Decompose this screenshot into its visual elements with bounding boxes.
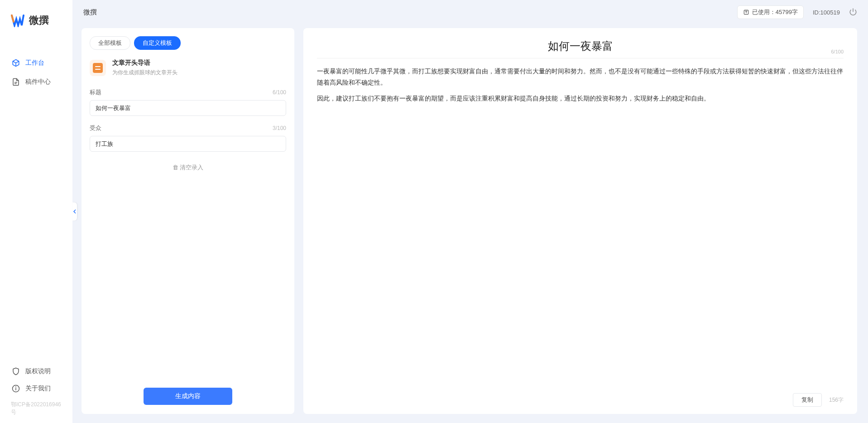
logo-text: 微撰 bbox=[29, 14, 49, 27]
power-icon bbox=[849, 8, 857, 16]
nav-label: 稿件中心 bbox=[25, 78, 51, 86]
title-counter: 6/100 bbox=[273, 89, 286, 96]
article-intro-icon bbox=[93, 63, 103, 73]
logout-button[interactable] bbox=[849, 8, 857, 17]
title-label: 标题 bbox=[90, 88, 101, 96]
audience-input[interactable] bbox=[90, 136, 286, 152]
title-input[interactable] bbox=[90, 100, 286, 116]
output-title: 如何一夜暴富 bbox=[317, 39, 844, 53]
footer-label: 关于我们 bbox=[25, 385, 51, 393]
tabs: 全部模板 自定义模板 bbox=[82, 36, 294, 56]
nav-item-drafts[interactable]: 稿件中心 bbox=[7, 73, 65, 91]
template-desc: 为你生成抓眼球的文章开头 bbox=[112, 69, 177, 77]
topbar-title: 微撰 bbox=[83, 8, 97, 17]
footer-nav: 版权说明 关于我们 bbox=[0, 364, 72, 398]
output-footer: 复制 156字 bbox=[317, 389, 844, 407]
shield-icon bbox=[12, 367, 20, 375]
sidebar-collapse-handle[interactable] bbox=[72, 202, 77, 221]
template-title: 文章开头导语 bbox=[112, 59, 177, 67]
footer-copyright[interactable]: 版权说明 bbox=[7, 364, 65, 379]
svg-point-2 bbox=[16, 387, 16, 387]
output-body: 一夜暴富的可能性几乎微乎其微，而打工族想要实现财富自由，通常需要付出大量的时间和… bbox=[317, 66, 844, 389]
clear-button[interactable]: 🗑 清空录入 bbox=[90, 160, 286, 175]
nav: 工作台 稿件中心 bbox=[0, 54, 72, 364]
logo: 微撰 bbox=[0, 14, 72, 27]
template-header: 文章开头导语 为你生成抓眼球的文章开头 bbox=[82, 56, 294, 86]
topbar-right: 已使用：45799字 ID:100519 bbox=[737, 5, 857, 19]
copy-button[interactable]: 复制 bbox=[793, 393, 822, 407]
main: 微撰 已使用：45799字 ID:100519 bbox=[72, 0, 868, 423]
audience-label: 受众 bbox=[90, 124, 101, 132]
usage-text: 已使用：45799字 bbox=[752, 8, 798, 16]
tab-custom-templates[interactable]: 自定义模板 bbox=[134, 36, 181, 50]
chevron-left-icon bbox=[73, 209, 77, 214]
topbar: 微撰 已使用：45799字 ID:100519 bbox=[72, 0, 868, 24]
nav-item-workspace[interactable]: 工作台 bbox=[7, 54, 65, 72]
audience-counter: 3/100 bbox=[273, 125, 286, 131]
form-body: 标题 6/100 受众 3/100 🗑 清空录入 bbox=[82, 86, 294, 382]
output-title-row: 如何一夜暴富 6/100 bbox=[317, 39, 844, 58]
icp-text: 鄂ICP备2022016946号 bbox=[0, 398, 72, 416]
form-group-audience: 受众 3/100 bbox=[90, 124, 286, 152]
panel-right: 如何一夜暴富 6/100 一夜暴富的可能性几乎微乎其微，而打工族想要实现财富自由… bbox=[303, 28, 857, 414]
document-icon bbox=[12, 78, 20, 86]
info-icon bbox=[12, 385, 20, 393]
template-icon bbox=[90, 60, 106, 76]
content: 全部模板 自定义模板 文章开头导语 为你生成抓眼球的文章开头 标题 bbox=[72, 24, 868, 423]
form-group-title: 标题 6/100 bbox=[90, 88, 286, 116]
footer-label: 版权说明 bbox=[25, 367, 51, 375]
panel-left: 全部模板 自定义模板 文章开头导语 为你生成抓眼球的文章开头 标题 bbox=[82, 28, 294, 414]
output-paragraph: 因此，建议打工族们不要抱有一夜暴富的期望，而是应该注重积累财富和提高自身技能，通… bbox=[317, 93, 844, 104]
sidebar: 微撰 工作台 稿件中心 bbox=[0, 0, 72, 423]
output-paragraph: 一夜暴富的可能性几乎微乎其微，而打工族想要实现财富自由，通常需要付出大量的时间和… bbox=[317, 66, 844, 88]
logo-icon bbox=[11, 14, 24, 27]
footer-about[interactable]: 关于我们 bbox=[7, 381, 65, 396]
generate-row: 生成内容 bbox=[82, 382, 294, 405]
generate-button[interactable]: 生成内容 bbox=[144, 388, 232, 405]
nav-label: 工作台 bbox=[25, 59, 44, 67]
tab-all-templates[interactable]: 全部模板 bbox=[90, 36, 130, 50]
user-id: ID:100519 bbox=[813, 9, 840, 16]
output-title-counter: 6/100 bbox=[831, 49, 844, 54]
text-icon bbox=[743, 9, 749, 15]
char-count: 156字 bbox=[829, 396, 844, 404]
cube-icon bbox=[12, 59, 20, 67]
usage-badge[interactable]: 已使用：45799字 bbox=[737, 5, 804, 19]
